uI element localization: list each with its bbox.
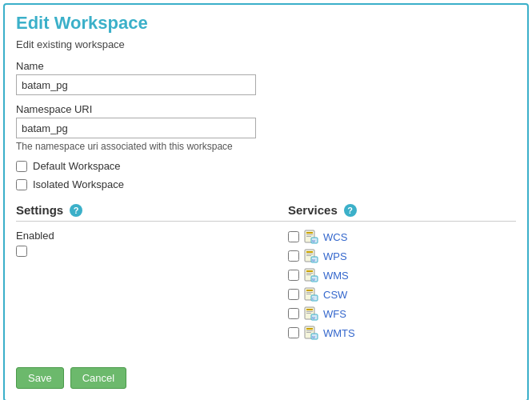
service-link-wcs[interactable]: WCS [323,231,347,243]
page-subtitle: Edit existing workspace [16,38,516,50]
name-input[interactable] [16,74,256,95]
default-workspace-checkbox[interactable] [16,161,27,172]
service-icon-wps: W [304,249,318,263]
svg-text:C: C [312,297,314,301]
service-icon-csw: C [304,287,318,302]
default-workspace-label: Default Workspace [33,160,121,172]
settings-help-icon[interactable]: ? [70,204,82,217]
svg-rect-19 [306,290,313,291]
service-row-csw: C CSW [288,287,516,302]
services-header: Services ? [288,203,516,222]
edit-workspace-container: Edit Workspace Edit existing workspace N… [3,3,529,400]
services-title: Services [288,203,338,217]
page-title: Edit Workspace [16,13,516,34]
svg-text:W: W [312,239,315,243]
isolated-workspace-group: Isolated Workspace [16,178,516,190]
name-label: Name [16,60,516,72]
service-link-csw[interactable]: CSW [323,289,347,301]
services-column: Services ? W WCS W WPS W WMS [288,203,516,345]
svg-rect-32 [306,330,313,331]
service-checkbox-wcs[interactable] [288,231,299,242]
cancel-button[interactable]: Cancel [70,367,126,389]
service-row-wmts: W WMTS [288,326,516,340]
settings-header: Settings ? [16,203,288,222]
namespace-field-group: Namespace URI The namespace uri associat… [16,103,516,152]
svg-rect-14 [306,273,313,274]
service-icon-wfs: W [304,306,318,321]
service-row-wfs: W WFS [288,306,516,321]
svg-rect-15 [306,274,311,275]
button-row: Save Cancel [16,367,516,389]
svg-rect-8 [306,254,313,254]
service-link-wms[interactable]: WMS [323,270,349,282]
svg-rect-9 [306,255,311,256]
namespace-input[interactable] [16,118,256,138]
service-row-wcs: W WCS [288,230,516,244]
service-checkbox-wmts[interactable] [288,327,299,338]
service-row-wms: W WMS [288,268,516,282]
svg-rect-7 [306,251,313,253]
svg-rect-33 [306,332,311,333]
svg-rect-27 [306,313,311,314]
service-icon-wcs: W [304,230,318,244]
save-button[interactable]: Save [16,367,64,389]
service-row-wps: W WPS [288,249,516,263]
svg-rect-20 [306,292,313,293]
enabled-label: Enabled [16,230,288,242]
service-link-wps[interactable]: WPS [323,250,347,262]
isolated-workspace-label: Isolated Workspace [33,178,124,190]
services-help-icon[interactable]: ? [344,204,357,217]
svg-rect-21 [306,294,311,294]
svg-rect-2 [306,234,313,235]
namespace-label: Namespace URI [16,103,516,115]
svg-rect-1 [306,232,313,234]
name-field-group: Name [16,60,516,95]
enabled-checkbox[interactable] [16,246,27,257]
svg-rect-13 [306,270,313,272]
service-link-wfs[interactable]: WFS [323,308,346,320]
service-icon-wmts: W [304,326,318,340]
service-icon-wms: W [304,268,318,282]
svg-rect-25 [306,309,313,310]
svg-rect-31 [306,328,313,330]
service-checkbox-wps[interactable] [288,250,299,262]
two-column-section: Settings ? Enabled Services ? W WCS [16,203,516,345]
services-list: W WCS W WPS W WMS C CSW [288,230,516,340]
service-checkbox-wms[interactable] [288,270,299,281]
settings-title: Settings [16,203,63,217]
svg-rect-3 [306,236,311,237]
service-checkbox-wfs[interactable] [288,308,299,319]
enabled-checkbox-group [16,246,288,257]
svg-text:W: W [312,278,315,282]
settings-column: Settings ? Enabled [16,203,288,345]
service-link-wmts[interactable]: WMTS [323,327,355,339]
svg-text:W: W [312,335,315,339]
default-workspace-group: Default Workspace [16,160,516,172]
svg-rect-26 [306,311,313,312]
isolated-workspace-checkbox[interactable] [16,179,27,190]
service-checkbox-csw[interactable] [288,289,299,300]
svg-text:W: W [312,258,315,262]
namespace-hint: The namespace uri associated with this w… [16,141,516,152]
svg-text:W: W [312,316,315,320]
